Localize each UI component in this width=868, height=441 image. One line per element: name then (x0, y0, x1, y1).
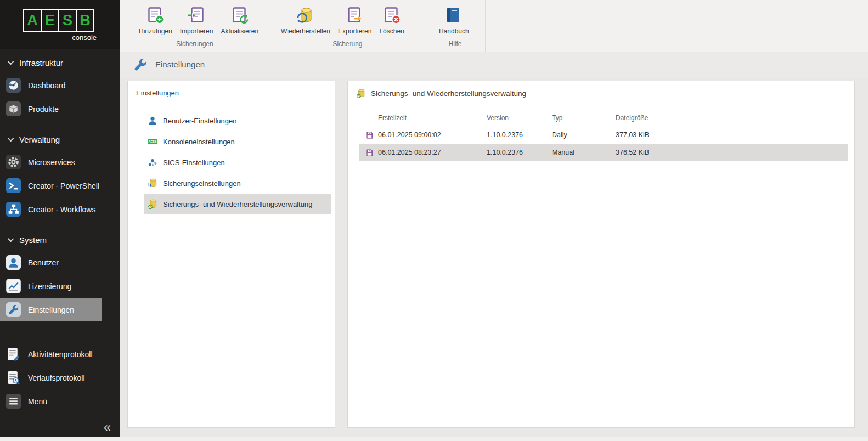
divider (136, 104, 331, 104)
logo-subtitle: console (23, 33, 97, 42)
workflow-icon (6, 202, 21, 217)
refresh-button[interactable]: Aktualisieren (217, 4, 262, 37)
settings-item-benutzer-einstellungen[interactable]: Benutzer-Einstellungen (144, 110, 331, 131)
table-row[interactable]: 06.01.2025 09:00:02 1.10.0.2376 Daily 37… (359, 126, 848, 144)
console-logo-icon: AESB (147, 136, 158, 147)
add-icon (146, 6, 165, 25)
sidebar-bottom-group: Aktivitätenprotokoll Verlaufsprotokoll M… (0, 342, 120, 413)
button-label: Löschen (379, 27, 404, 35)
sidebar-item-label: Produkte (28, 105, 59, 114)
sidebar-item-verlaufsprotokoll[interactable]: Verlaufsprotokoll (0, 366, 120, 389)
dashboard-icon (6, 78, 21, 93)
ribbon-toolbar: Hinzufügen Importieren Aktualisieren Sic… (120, 0, 868, 52)
sidebar-section-header-infrastruktur[interactable]: Infrastruktur (0, 52, 120, 74)
sidebar-item-microservices[interactable]: Microservices (0, 150, 120, 174)
handbook-button[interactable]: Handbuch (435, 4, 473, 37)
sidebar-item-label: Creator - PowerShell (28, 182, 99, 190)
settings-item-label: Benutzer-Einstellungen (163, 117, 236, 125)
menu-icon (6, 394, 21, 409)
wrench-icon (133, 58, 148, 72)
sidebar: A E S B console Infrastruktur Dashboard (0, 0, 120, 437)
chevron-down-icon (8, 135, 14, 142)
ribbon-group-label: Sicherung (270, 40, 425, 48)
cell-size: 377,03 KiB (616, 131, 848, 139)
button-label: Hinzufügen (139, 27, 172, 35)
sidebar-section-verwaltung: Verwaltung Microservices Creator - Power… (0, 128, 120, 221)
refresh-icon (230, 6, 249, 25)
restore-icon (296, 6, 315, 25)
button-label: Handbuch (439, 27, 469, 35)
backup-panel-title: Sicherungs- und Wiederherstellungsverwal… (371, 89, 526, 98)
ribbon-group-label: Hilfe (425, 40, 485, 48)
sidebar-item-aktivitaetenprotokoll[interactable]: Aktivitätenprotokoll (0, 342, 120, 366)
logo-letter: A (23, 9, 42, 32)
sidebar-item-label: Verlaufsprotokoll (28, 374, 85, 382)
settings-item-sicherungs-und-wiederherstellungsverwaltung[interactable]: Sicherungs- und Wiederherstellungsverwal… (144, 194, 331, 214)
cell-created: 06.01.2025 08:23:27 (378, 149, 487, 156)
backup-table: Erstellzeit Version Typ Dateigröße 06.01… (359, 110, 848, 161)
restore-button[interactable]: Wiederherstellen (277, 4, 334, 37)
activity-log-icon (6, 347, 21, 361)
add-button[interactable]: Hinzufügen (135, 4, 176, 37)
backup-management-panel: Sicherungs- und Wiederherstellungsverwal… (347, 81, 855, 428)
sidebar-item-dashboard[interactable]: Dashboard (0, 74, 120, 97)
sidebar-section-system: System Benutzer Lizensierung Einstellung… (0, 229, 120, 321)
ribbon-group-hilfe: Handbuch Hilfe (425, 0, 486, 52)
button-label: Aktualisieren (221, 27, 258, 35)
floppy-disk-icon (359, 131, 378, 139)
sidebar-item-label: Benutzer (28, 258, 59, 267)
handbook-icon (444, 6, 463, 25)
delete-icon (382, 6, 401, 25)
section-label: System (19, 235, 47, 245)
settings-item-konsoleneinstellungen[interactable]: AESB Konsoleneinstellungen (144, 131, 331, 152)
backup-restore-icon (147, 199, 158, 210)
sidebar-item-produkte[interactable]: Produkte (0, 97, 120, 121)
settings-item-label: Sicherungseinstellungen (163, 179, 241, 188)
sidebar-item-label: Dashboard (28, 81, 66, 90)
settings-panel-title: Einstellungen (128, 81, 335, 97)
column-header-dateigroesse: Dateigröße (616, 114, 848, 122)
ribbon-group-sicherung: Wiederherstellen Exportieren Löschen Sic… (270, 0, 425, 52)
sidebar-section-header-verwaltung[interactable]: Verwaltung (0, 128, 120, 150)
sidebar-item-creator-powershell[interactable]: Creator - PowerShell (0, 174, 120, 197)
chart-icon (6, 279, 21, 293)
sidebar-collapse-button[interactable]: « (104, 421, 111, 434)
column-header-erstellzeit: Erstellzeit (378, 114, 487, 122)
chevron-down-icon (8, 236, 14, 242)
content-area: Einstellungen Benutzer-Einstellungen AES… (120, 77, 868, 437)
settings-item-sics-einstellungen[interactable]: SICS-Einstellungen (144, 152, 331, 173)
import-button[interactable]: Importieren (176, 4, 217, 37)
cell-type: Manual (552, 149, 616, 156)
section-label: Verwaltung (19, 135, 60, 144)
sidebar-item-creator-workflows[interactable]: Creator - Workflows (0, 197, 120, 221)
settings-item-label: SICS-Einstellungen (163, 159, 225, 167)
settings-item-sicherungseinstellungen[interactable]: Sicherungseinstellungen (144, 173, 331, 194)
sidebar-item-menue[interactable]: Menü (0, 389, 120, 413)
sidebar-item-label: Lizensierung (28, 282, 71, 291)
molecule-icon (147, 157, 158, 168)
sidebar-item-benutzer[interactable]: Benutzer (0, 251, 120, 274)
page-header-bar: Einstellungen (120, 52, 868, 77)
cell-size: 376,52 KiB (616, 149, 848, 156)
button-label: Exportieren (338, 27, 371, 35)
gear-icon (6, 155, 21, 169)
svg-text:AESB: AESB (148, 140, 156, 143)
cell-version: 1.10.0.2376 (487, 131, 552, 139)
window-bottom-strip (0, 437, 868, 441)
sidebar-item-label: Einstellungen (28, 306, 74, 314)
sidebar-item-lizensierung[interactable]: Lizensierung (0, 274, 120, 298)
delete-button[interactable]: Löschen (375, 4, 408, 37)
products-icon (6, 101, 21, 116)
settings-list: Benutzer-Einstellungen AESB Konsoleneins… (128, 110, 335, 214)
page-title: Einstellungen (155, 60, 205, 69)
backup-restore-icon (356, 88, 366, 99)
table-row[interactable]: 06.01.2025 08:23:27 1.10.0.2376 Manual 3… (359, 144, 848, 161)
app-logo: A E S B console (0, 0, 120, 49)
chevron-down-icon (8, 59, 14, 65)
sidebar-section-header-system[interactable]: System (0, 229, 120, 251)
logo-letter: E (41, 9, 59, 32)
backup-settings-icon (147, 178, 158, 189)
export-button[interactable]: Exportieren (334, 4, 375, 37)
sidebar-item-einstellungen[interactable]: Einstellungen (0, 298, 102, 321)
wrench-icon (6, 302, 21, 317)
